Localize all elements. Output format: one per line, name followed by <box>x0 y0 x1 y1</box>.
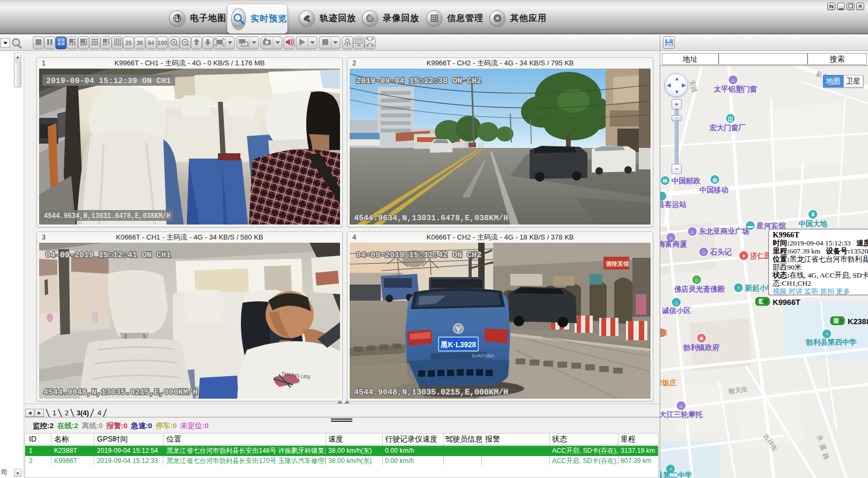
svg-text:大江三轮摩托: 大江三轮摩托 <box>660 410 703 419</box>
svg-text:⌂: ⌂ <box>702 249 705 255</box>
svg-text:25: 25 <box>125 40 132 46</box>
svg-text:海富商厦: 海富商厦 <box>660 240 688 248</box>
svg-text:2019-09-04 15:12:39 ON CH1: 2019-09-04 15:12:39 ON CH1 <box>46 77 171 85</box>
svg-text:⌂: ⌂ <box>675 300 678 305</box>
svg-text:家饭庄: 家饭庄 <box>660 379 677 387</box>
svg-text:县第二中学: 县第二中学 <box>660 471 692 478</box>
svg-text:2019-09-04 15:12:38 ON CH2: 2019-09-04 15:12:38 ON CH2 <box>356 77 481 86</box>
svg-text:⌂: ⌂ <box>680 403 683 409</box>
svg-text:64: 64 <box>148 40 155 46</box>
svg-text:4544.9048,N,13035.0215,E,000KM: 4544.9048,N,13035.0215,E,000KM/H <box>354 388 508 397</box>
svg-text:⌂: ⌂ <box>731 77 735 83</box>
svg-text:佛店灵光斋佛殿: 佛店灵光斋佛殿 <box>674 285 725 293</box>
svg-text:36: 36 <box>137 40 143 46</box>
svg-text:⌂: ⌂ <box>695 277 698 283</box>
svg-text:04-09-2019 15:12:41 ON CH1: 04-09-2019 15:12:41 ON CH1 <box>46 251 171 260</box>
svg-text:100: 100 <box>157 40 167 46</box>
svg-text:勃利县第四中学: 勃利县第四中学 <box>805 338 857 346</box>
svg-text:东北亚商业广场: 东北亚商业广场 <box>698 227 750 235</box>
svg-text:★: ★ <box>699 335 704 341</box>
svg-text:4544.9634,N,13031.6478,E,038KM: 4544.9634,N,13031.6478,E,038KM/H <box>354 214 508 223</box>
svg-text:勃利镇政府: 勃利镇政府 <box>683 343 720 352</box>
svg-text:酒辣宾馆: 酒辣宾馆 <box>606 260 629 267</box>
svg-text:县客运站: 县客运站 <box>660 200 687 208</box>
svg-text:K2388T: K2388T <box>848 317 868 326</box>
svg-text:4544.9634,N,13031.6478,E,038KM: 4544.9634,N,13031.6478,E,038KM/H <box>44 212 170 220</box>
svg-text:SANTANA: SANTANA <box>472 353 494 358</box>
svg-text:¥: ¥ <box>811 212 814 218</box>
svg-text:石头记: 石头记 <box>710 248 732 256</box>
svg-text:◔: ◔ <box>737 285 740 291</box>
svg-text:中国移动: 中国移动 <box>699 186 729 194</box>
svg-text:◫: ◫ <box>728 116 733 122</box>
svg-text:太平铝塑门窗: 太平铝塑门窗 <box>713 85 757 93</box>
svg-text:✉: ✉ <box>663 178 667 184</box>
svg-text:◎: ◎ <box>713 177 718 183</box>
svg-text:诚信小区: 诚信小区 <box>661 307 691 315</box>
svg-text:K9966T: K9966T <box>773 298 801 307</box>
svg-text:⌂: ⌂ <box>691 229 694 235</box>
svg-text:04-09-2019 15:12:42 ON CH2: 04-09-2019 15:12:42 ON CH2 <box>356 251 481 260</box>
svg-text:黑K·L3928: 黑K·L3928 <box>441 340 476 349</box>
svg-text:+: + <box>742 252 745 260</box>
svg-text:◔: ◔ <box>825 331 828 337</box>
svg-text:地摊: 地摊 <box>660 329 668 337</box>
svg-text:宏大门窗厂: 宏大门窗厂 <box>709 124 746 132</box>
svg-text:4544.9048,N,13035.0215,E,000KM: 4544.9048,N,13035.0215,E,000KM/H <box>43 388 198 397</box>
svg-text:中国大地: 中国大地 <box>798 220 828 228</box>
svg-text:中国邮政: 中国邮政 <box>671 177 701 185</box>
